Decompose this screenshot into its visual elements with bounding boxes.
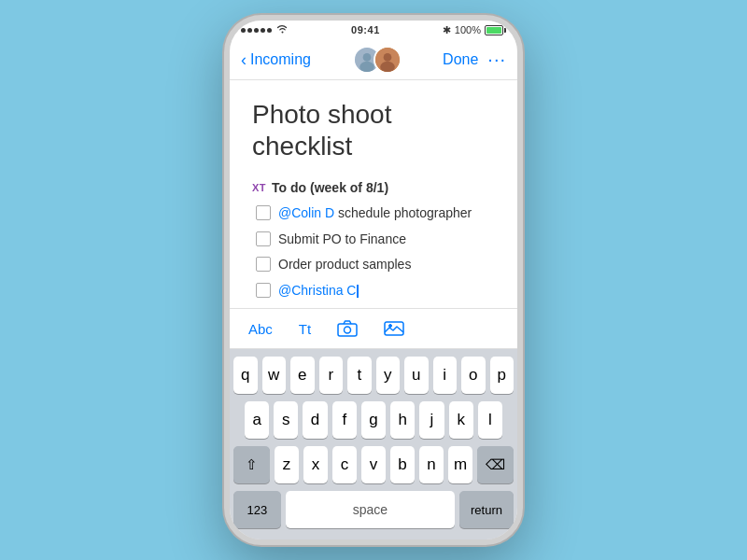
keyboard-row-3: ⇧ z x c v b n m ⌫: [233, 446, 514, 483]
image-button[interactable]: [384, 319, 404, 338]
checkbox[interactable]: [256, 231, 271, 246]
key-w[interactable]: w: [262, 357, 287, 394]
key-b[interactable]: b: [390, 446, 415, 483]
list-item: Submit PO to Finance: [252, 231, 495, 249]
key-l[interactable]: l: [478, 401, 502, 439]
checkbox[interactable]: [256, 205, 271, 220]
key-q[interactable]: q: [233, 357, 258, 394]
key-t[interactable]: t: [347, 357, 372, 394]
status-right: ✱ 100%: [443, 24, 506, 36]
svg-point-1: [362, 53, 371, 62]
chevron-left-icon: ‹: [241, 51, 247, 68]
signal-dot: [261, 28, 265, 33]
status-bar: 09:41 ✱ 100%: [230, 21, 517, 39]
list-item: @Colin D schedule photographer: [252, 204, 495, 223]
key-h[interactable]: h: [390, 401, 415, 439]
signal-dot: [241, 28, 246, 33]
svg-point-2: [359, 61, 374, 72]
formatting-toolbar: Abc Tt: [230, 308, 517, 349]
key-c[interactable]: c: [332, 446, 357, 483]
key-v[interactable]: v: [361, 446, 386, 483]
content-area: Photo shoot checklist XT To do (week of …: [230, 80, 517, 308]
key-f[interactable]: f: [332, 401, 357, 439]
mention: @Christina C: [278, 283, 356, 298]
key-n[interactable]: n: [419, 446, 444, 483]
svg-point-7: [345, 327, 351, 333]
key-i[interactable]: i: [433, 357, 458, 394]
key-o[interactable]: o: [461, 357, 486, 394]
key-d[interactable]: d: [303, 401, 327, 439]
signal-dot: [254, 28, 259, 33]
battery-percent: 100%: [455, 24, 481, 35]
key-g[interactable]: g: [361, 401, 386, 439]
keyboard-row-2: a s d f g h j k l: [233, 401, 514, 439]
abc-button[interactable]: Abc: [248, 321, 273, 337]
camera-button[interactable]: [337, 319, 358, 338]
keyboard-row-4: 123 space return: [233, 491, 514, 528]
nav-right: Done ···: [443, 49, 506, 70]
shift-key[interactable]: ⇧: [233, 446, 270, 483]
nav-bar: ‹ Incoming Done ···: [230, 39, 517, 80]
todo-text: @Christina C: [278, 282, 359, 301]
svg-rect-6: [338, 324, 357, 336]
wifi-icon: [276, 24, 289, 35]
svg-point-4: [383, 53, 391, 62]
section-heading: To do (week of 8/1): [272, 180, 388, 195]
key-a[interactable]: a: [245, 401, 269, 439]
key-e[interactable]: e: [290, 357, 315, 394]
xt-badge: XT: [252, 182, 266, 193]
key-x[interactable]: x: [303, 446, 328, 483]
svg-point-5: [380, 61, 395, 72]
delete-key[interactable]: ⌫: [477, 446, 514, 483]
svg-point-9: [389, 325, 392, 328]
todo-text: Order product samples: [278, 256, 411, 274]
bluetooth-icon: ✱: [443, 24, 451, 36]
keyboard-row-1: q w e r t y u i o p: [233, 357, 514, 394]
key-y[interactable]: y: [376, 357, 401, 394]
battery-icon: [485, 25, 506, 35]
checkbox[interactable]: [256, 257, 271, 272]
todo-section: XT To do (week of 8/1) @Colin D schedule…: [252, 180, 495, 300]
avatar-2: [374, 46, 402, 74]
keyboard: q w e r t y u i o p a s d f g h j k l ⇧ …: [230, 349, 517, 539]
status-time: 09:41: [351, 24, 380, 35]
list-item: @Christina C: [252, 282, 495, 301]
done-button[interactable]: Done: [443, 51, 478, 68]
signal-dot: [247, 28, 252, 33]
numbers-key[interactable]: 123: [233, 491, 281, 528]
note-title: Photo shoot checklist: [252, 99, 495, 161]
key-p[interactable]: p: [490, 357, 514, 394]
nav-back-label: Incoming: [250, 51, 311, 68]
key-u[interactable]: u: [404, 357, 429, 394]
todo-text: Submit PO to Finance: [278, 231, 406, 249]
key-z[interactable]: z: [275, 446, 299, 483]
nav-back-button[interactable]: ‹ Incoming: [241, 51, 311, 68]
key-m[interactable]: m: [448, 446, 472, 483]
todo-text: @Colin D schedule photographer: [278, 204, 472, 223]
space-key[interactable]: space: [286, 491, 455, 528]
return-key[interactable]: return: [459, 491, 514, 528]
phone-frame: 09:41 ✱ 100% ‹ Incoming: [224, 15, 523, 545]
signal-dot: [267, 28, 272, 33]
status-left: [241, 24, 289, 35]
tt-button[interactable]: Tt: [299, 321, 311, 337]
text-cursor: [357, 285, 359, 298]
key-s[interactable]: s: [274, 401, 298, 439]
checkbox[interactable]: [256, 283, 271, 298]
key-k[interactable]: k: [449, 401, 473, 439]
more-button[interactable]: ···: [487, 49, 506, 70]
nav-avatars[interactable]: [353, 46, 402, 74]
todo-heading: XT To do (week of 8/1): [252, 180, 495, 195]
list-item: Order product samples: [252, 256, 495, 274]
mention: @Colin D: [278, 205, 334, 220]
key-j[interactable]: j: [419, 401, 444, 439]
key-r[interactable]: r: [319, 357, 344, 394]
